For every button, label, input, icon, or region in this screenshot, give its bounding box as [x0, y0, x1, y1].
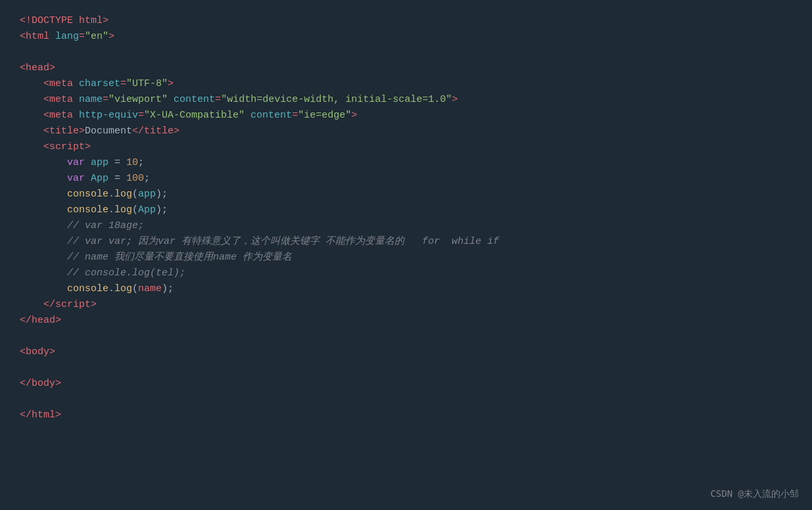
- code-line-6: <meta name="viewport" content="width=dev…: [20, 92, 792, 108]
- code-line-24: </body>: [20, 376, 792, 392]
- code-line-20: </head>: [20, 313, 792, 329]
- code-line-9: <script>: [20, 139, 792, 155]
- code-line-10: var app = 10;: [20, 155, 792, 171]
- code-line-18: console.log(name);: [20, 281, 792, 297]
- lang-value: "en": [85, 31, 108, 42]
- code-line-17: // console.log(tel);: [20, 266, 792, 281]
- code-line-1: <!DOCTYPE html>: [20, 13, 792, 29]
- watermark-text: CSDN @未入流的小邹: [710, 486, 799, 501]
- empty-line-3: [20, 45, 792, 60]
- code-line-7: <meta http-equiv="X-UA-Compatible" conte…: [20, 108, 792, 124]
- lang-attr: lang: [55, 31, 79, 42]
- code-line-22: <body>: [20, 344, 792, 360]
- code-line-26: </html>: [20, 407, 792, 423]
- html-open-tag: <html: [20, 31, 55, 42]
- code-line-12: console.log(app);: [20, 187, 792, 202]
- doctype-tag: <!DOCTYPE html>: [20, 15, 108, 26]
- code-line-2: <html lang="en">: [20, 29, 792, 45]
- empty-line-25: [20, 392, 792, 407]
- empty-line-23: [20, 360, 792, 376]
- code-line-19: </script>: [20, 297, 792, 313]
- code-line-4: <head>: [20, 60, 792, 76]
- code-line-5: <meta charset="UTF-8">: [20, 76, 792, 92]
- code-line-14: // var 18age;: [20, 218, 792, 234]
- empty-line-21: [20, 329, 792, 344]
- code-line-11: var App = 100;: [20, 171, 792, 187]
- code-line-13: console.log(App);: [20, 202, 792, 218]
- code-line-8: <title>Document</title>: [20, 124, 792, 139]
- code-editor: <!DOCTYPE html> <html lang="en"> <head> …: [20, 13, 792, 423]
- code-line-16: // name 我们尽量不要直接使用name 作为变量名: [20, 250, 792, 266]
- code-line-15: // var var; 因为var 有特殊意义了，这个叫做关键字 不能作为变量名…: [20, 234, 792, 250]
